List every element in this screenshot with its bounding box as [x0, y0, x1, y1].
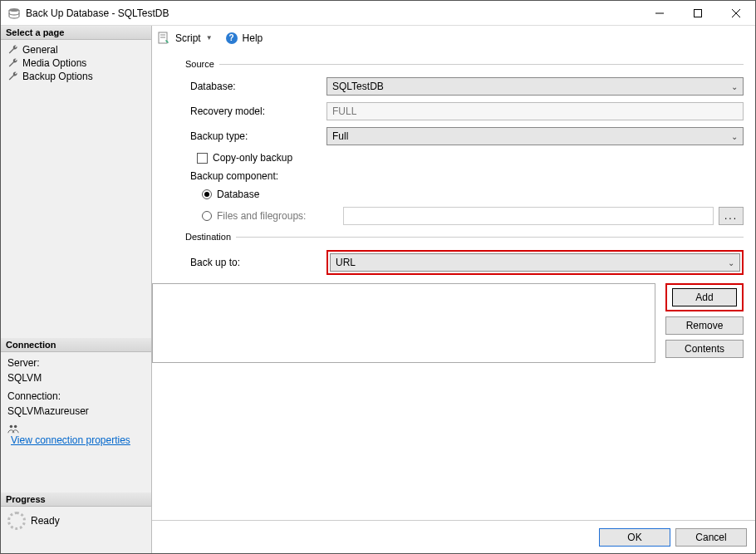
- copy-only-label: Copy-only backup: [213, 152, 292, 164]
- cancel-button[interactable]: Cancel: [675, 528, 747, 547]
- source-group-header: Source: [185, 59, 744, 69]
- add-button[interactable]: Add: [672, 288, 737, 306]
- page-general[interactable]: General: [7, 43, 148, 56]
- radio-icon: [202, 211, 212, 221]
- connection-header: Connection: [1, 338, 151, 352]
- people-icon: [7, 423, 19, 434]
- progress-header: Progress: [1, 493, 151, 507]
- backup-to-label: Back up to:: [185, 257, 326, 268]
- wrench-icon: [7, 57, 19, 69]
- database-icon: [7, 7, 21, 19]
- backup-database-window: Back Up Database - SQLTestDB Select a pa…: [0, 0, 756, 554]
- destination-list[interactable]: [152, 283, 655, 363]
- spinner-icon: [7, 512, 26, 530]
- connection-value: SQLVM\azureuser: [7, 405, 145, 417]
- contents-button[interactable]: Contents: [665, 340, 744, 358]
- view-connection-link[interactable]: View connection properties: [11, 434, 130, 446]
- server-label: Server:: [7, 357, 145, 369]
- database-select[interactable]: SQLTestDB ⌄: [326, 77, 744, 96]
- backup-type-select[interactable]: Full ⌄: [326, 127, 744, 145]
- help-icon: ?: [226, 32, 238, 44]
- minimize-button[interactable]: [641, 1, 679, 25]
- svg-point-5: [10, 425, 13, 429]
- svg-rect-2: [695, 9, 702, 17]
- page-label: General: [22, 44, 58, 56]
- select-page-header: Select a page: [1, 26, 151, 40]
- footer: OK Cancel: [152, 520, 755, 553]
- backup-to-select[interactable]: URL ⌄: [330, 253, 740, 272]
- wrench-icon: [7, 44, 19, 56]
- remove-button[interactable]: Remove: [665, 316, 744, 335]
- backup-component-label: Backup component:: [185, 170, 326, 182]
- connection-label: Connection:: [7, 390, 145, 402]
- ok-button[interactable]: OK: [599, 528, 670, 547]
- radio-files-filegroups[interactable]: Files and filegroups:: [202, 210, 335, 222]
- backup-type-label: Backup type:: [185, 130, 326, 142]
- page-label: Media Options: [22, 57, 86, 69]
- svg-point-0: [9, 8, 19, 12]
- help-button[interactable]: Help: [243, 32, 263, 44]
- script-dropdown-icon[interactable]: ▼: [206, 34, 213, 42]
- page-media-options[interactable]: Media Options: [7, 56, 148, 70]
- database-label: Database:: [185, 81, 326, 92]
- copy-only-checkbox[interactable]: [197, 153, 208, 164]
- chevron-down-icon: ⌄: [728, 258, 734, 267]
- destination-group-header: Destination: [185, 232, 744, 242]
- script-button[interactable]: Script: [175, 32, 201, 44]
- title-bar: Back Up Database - SQLTestDB: [1, 1, 755, 26]
- radio-database[interactable]: Database: [202, 189, 259, 200]
- page-label: Backup Options: [22, 71, 93, 82]
- wrench-icon: [7, 71, 19, 82]
- server-value: SQLVM: [7, 372, 145, 384]
- chevron-down-icon: ⌄: [731, 82, 738, 91]
- progress-status: Ready: [31, 515, 60, 527]
- chevron-down-icon: ⌄: [731, 132, 738, 141]
- recovery-model-label: Recovery model:: [185, 105, 326, 117]
- recovery-model-field: FULL: [326, 102, 744, 120]
- window-title: Back Up Database - SQLTestDB: [26, 7, 641, 19]
- page-backup-options[interactable]: Backup Options: [7, 70, 148, 83]
- toolbar: Script ▼ ? Help: [152, 26, 755, 49]
- maximize-button[interactable]: [679, 1, 717, 25]
- files-filegroups-input: [343, 207, 714, 225]
- script-icon: [157, 32, 170, 45]
- close-button[interactable]: [717, 1, 755, 25]
- svg-point-6: [14, 425, 17, 429]
- browse-files-button[interactable]: ...: [719, 207, 744, 225]
- sidebar: Select a page General Media Options Back…: [1, 26, 152, 553]
- radio-icon: [202, 189, 212, 199]
